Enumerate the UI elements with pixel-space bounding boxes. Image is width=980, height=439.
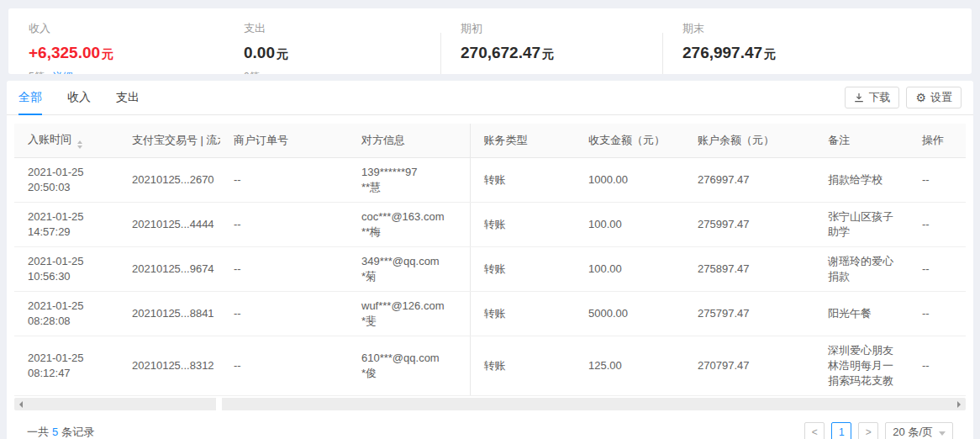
cell-entry-time: 2021-01-25 20:50:03 <box>14 158 119 203</box>
opening-amount: 270,672.47 <box>461 44 540 61</box>
next-page-button[interactable]: > <box>858 422 878 439</box>
cell-entry-time: 2021-01-25 10:56:30 <box>14 247 119 292</box>
closing-unit: 元 <box>764 47 776 61</box>
counterparty-account: wuf***@126.com <box>361 299 456 314</box>
income-subline: 5笔详细 <box>29 70 224 74</box>
transactions-table-wrap: 入账时间 支付宝交易号 | 流水号 商户订单号 对方信息 账务类型 收支金额（元… <box>7 115 973 396</box>
transactions-table: 入账时间 支付宝交易号 | 流水号 商户订单号 对方信息 账务类型 收支金额（元… <box>14 124 966 396</box>
cell-merchant-order: -- <box>220 158 348 203</box>
cell-counterparty: 349***@qq.com*菊 <box>348 247 470 292</box>
closing-value: 276,997.47元 <box>682 44 972 62</box>
scrollbar-notch <box>216 398 222 410</box>
table-row[interactable]: 2021-01-25 14:57:2920210125...4444--coc*… <box>14 203 966 247</box>
sort-icon[interactable] <box>77 140 82 149</box>
cell-balance: 275897.47 <box>684 247 814 292</box>
counterparty-account: 349***@qq.com <box>361 254 456 269</box>
column-remark: 备注 <box>814 124 909 158</box>
summary-card: 收入 +6,325.00元 5笔详细 支出 0.00元 0笔 期初 270,67… <box>8 8 972 74</box>
table-body: 2021-01-25 20:50:0320210125...2670--139*… <box>14 158 966 396</box>
cell-counterparty: 610***@qq.com*俊 <box>348 336 470 396</box>
pagination: < 1 > 20 条/页 <box>804 422 953 439</box>
summary-closing: 期末 276,997.47元 <box>662 21 972 74</box>
counterparty-name: *俊 <box>361 366 456 381</box>
cell-merchant-order: -- <box>220 336 348 396</box>
scroll-right-icon[interactable] <box>957 401 961 408</box>
counterparty-name: *菊 <box>361 269 456 284</box>
settings-button[interactable]: ⚙ 设置 <box>906 87 962 108</box>
cell-business-type: 转账 <box>470 203 575 247</box>
cell-business-type: 转账 <box>470 158 575 203</box>
download-icon <box>854 93 864 103</box>
summary-expense: 支出 0.00元 0笔 <box>224 21 440 74</box>
counterparty-name: **梅 <box>361 225 456 240</box>
income-detail-link[interactable]: 详细 <box>53 71 73 74</box>
expense-label: 支出 <box>244 21 440 36</box>
tab-income[interactable]: 收入 <box>67 81 91 114</box>
cell-transaction-id: 20210125...2670 <box>119 158 220 203</box>
table-row[interactable]: 2021-01-25 08:12:4720210125...8312--610*… <box>14 336 966 396</box>
income-value: +6,325.00元 <box>29 44 224 62</box>
cell-entry-time: 2021-01-25 08:12:47 <box>14 336 119 396</box>
column-entry-time-label: 入账时间 <box>28 133 71 145</box>
income-count: 5笔 <box>29 71 45 74</box>
opening-unit: 元 <box>542 47 554 61</box>
cell-entry-time: 2021-01-25 08:28:08 <box>14 292 119 336</box>
column-counterparty: 对方信息 <box>348 124 470 158</box>
page-1-button[interactable]: 1 <box>831 422 851 439</box>
toolbar: 下载 ⚙ 设置 <box>845 87 962 108</box>
table-row[interactable]: 2021-01-25 10:56:3020210125...9674--349*… <box>14 247 966 292</box>
settings-button-label: 设置 <box>930 90 952 105</box>
scroll-left-icon[interactable] <box>19 401 23 408</box>
gear-icon: ⚙ <box>915 92 926 103</box>
cell-transaction-id: 20210125...4444 <box>119 203 220 247</box>
horizontal-scrollbar[interactable] <box>14 398 966 410</box>
counterparty-account: coc***@163.com <box>361 209 456 225</box>
cell-amount: 100.00 <box>575 247 684 292</box>
chevron-down-icon <box>939 431 946 436</box>
prev-page-button[interactable]: < <box>804 422 825 439</box>
column-transaction-id: 支付宝交易号 | 流水号 <box>119 124 220 158</box>
column-business-type: 账务类型 <box>470 124 575 158</box>
cell-counterparty: coc***@163.com**梅 <box>348 203 470 247</box>
cell-business-type: 转账 <box>470 247 575 292</box>
column-balance: 账户余额（元） <box>684 124 814 158</box>
cell-remark: 深圳爱心朋友林浩明每月一捐索玛花支教 <box>814 336 909 396</box>
cell-amount: 100.00 <box>575 203 684 247</box>
table-row[interactable]: 2021-01-25 08:28:0820210125...8841--wuf*… <box>14 292 966 336</box>
cell-merchant-order: -- <box>220 247 348 292</box>
expense-value: 0.00元 <box>244 44 440 62</box>
record-count-prefix: 一共 <box>27 426 49 438</box>
page: 收入 +6,325.00元 5笔详细 支出 0.00元 0笔 期初 270,67… <box>0 8 980 439</box>
closing-amount: 276,997.47 <box>682 44 762 61</box>
cell-counterparty: wuf***@126.com*斐 <box>348 292 470 336</box>
counterparty-name: **慧 <box>361 180 456 195</box>
cell-business-type: 转账 <box>470 292 575 336</box>
column-amount: 收支金额（元） <box>575 124 684 158</box>
chevron-left-icon: < <box>812 426 818 438</box>
expense-subline: 0笔 <box>244 70 440 74</box>
cell-transaction-id: 20210125...8312 <box>119 336 220 396</box>
cell-remark: 捐款给学校 <box>814 158 909 203</box>
cell-transaction-id: 20210125...9674 <box>119 247 220 292</box>
tab-all[interactable]: 全部 <box>18 81 42 114</box>
page-size-value: 20 条/页 <box>893 425 933 439</box>
tab-expense[interactable]: 支出 <box>116 81 140 114</box>
table-header-row: 入账时间 支付宝交易号 | 流水号 商户订单号 对方信息 账务类型 收支金额（元… <box>14 124 966 158</box>
table-row[interactable]: 2021-01-25 20:50:0320210125...2670--139*… <box>14 158 966 203</box>
download-button[interactable]: 下载 <box>845 87 899 108</box>
column-merchant-order: 商户订单号 <box>220 124 348 158</box>
column-entry-time[interactable]: 入账时间 <box>14 124 119 158</box>
closing-label: 期末 <box>682 21 972 36</box>
income-amount: +6,325.00 <box>29 44 100 61</box>
cell-balance: 275997.47 <box>684 203 814 247</box>
cell-amount: 1000.00 <box>575 158 684 203</box>
record-count-suffix: 条记录 <box>61 426 94 438</box>
record-count: 一共5条记录 <box>27 425 94 439</box>
counterparty-name: *斐 <box>361 314 456 329</box>
transactions-panel: 全部 收入 支出 下载 ⚙ 设置 <box>7 81 973 439</box>
cell-merchant-order: -- <box>220 203 348 247</box>
cell-action: -- <box>909 158 966 203</box>
download-button-label: 下载 <box>868 90 890 105</box>
cell-merchant-order: -- <box>220 292 348 336</box>
page-size-select[interactable]: 20 条/页 <box>885 422 953 439</box>
